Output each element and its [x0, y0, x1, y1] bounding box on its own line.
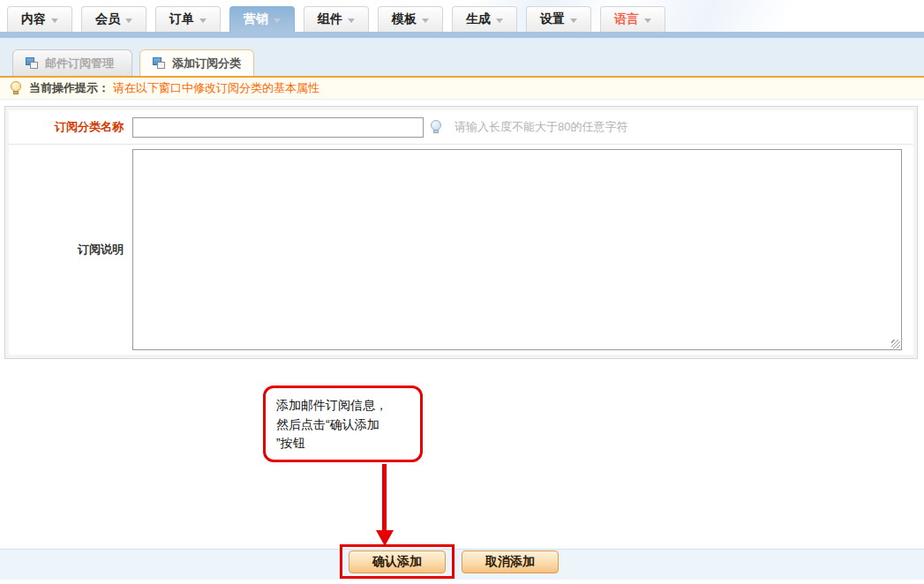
nav-item-label: 营销: [244, 11, 268, 27]
lightbulb-icon: [431, 120, 442, 134]
page: 内容 会员 订单 营销 组件 模板 生成 设置: [0, 0, 924, 584]
subscription-name-label: 订阅分类名称: [9, 119, 132, 135]
nav-item-label: 设置: [540, 11, 565, 27]
chevron-down-icon: [51, 19, 58, 23]
nav-item-settings[interactable]: 设置: [526, 6, 591, 32]
annotation-line: ”按钮: [276, 434, 409, 453]
window-icon: [26, 57, 40, 70]
window-icon: [153, 57, 167, 70]
form-row-description: 订阅说明: [9, 145, 913, 355]
nav-item-label: 生成: [466, 11, 491, 27]
chevron-down-icon: [199, 19, 207, 23]
tip-message: 请在以下窗口中修改订阅分类的基本属性: [113, 80, 319, 96]
nav-item-content[interactable]: 内容: [7, 6, 72, 32]
annotation-line: 然后点击“确认添加: [276, 416, 409, 435]
nav-item-components[interactable]: 组件: [304, 6, 369, 32]
name-hint: 请输入长度不能大于80的任意字符: [431, 119, 627, 135]
nav-item-label: 订单: [169, 11, 194, 27]
chevron-down-icon: [496, 19, 503, 23]
annotation-arrow-stem: [382, 464, 387, 531]
tab-label: 邮件订阅管理: [45, 56, 114, 71]
top-navbar: 内容 会员 订单 营销 组件 模板 生成 设置: [0, 0, 924, 32]
form-panel: 订阅分类名称 请输入长度不能大于80的任意字符 订阅说明: [4, 106, 918, 359]
annotation-line: 添加邮件订阅信息，: [276, 396, 409, 416]
nav-item-label: 模板: [392, 11, 417, 27]
form-row-name: 订阅分类名称 请输入长度不能大于80的任意字符: [9, 110, 913, 145]
tip-label: 当前操作提示：: [29, 80, 109, 96]
nav-item-members[interactable]: 会员: [81, 6, 146, 32]
description-textarea-wrap: [132, 149, 902, 350]
name-hint-text: 请输入长度不能大于80的任意字符: [454, 119, 627, 135]
operation-tip-bar: 当前操作提示： 请在以下窗口中修改订阅分类的基本属性: [0, 76, 924, 100]
annotation-callout: 添加邮件订阅信息， 然后点击“确认添加 ”按钮: [263, 386, 423, 462]
confirm-add-button[interactable]: 确认添加: [349, 550, 446, 573]
nav-item-label: 会员: [95, 11, 120, 27]
tab-strip: 邮件订阅管理 添加订阅分类: [0, 38, 924, 76]
cancel-add-button[interactable]: 取消添加: [462, 550, 559, 573]
nav-item-label: 内容: [21, 11, 46, 27]
nav-item-generate[interactable]: 生成: [452, 6, 517, 32]
subscription-description-textarea[interactable]: [132, 149, 902, 350]
chevron-down-icon: [274, 19, 281, 23]
tab-label: 添加订阅分类: [172, 56, 241, 71]
subscription-name-input[interactable]: [132, 117, 424, 138]
chevron-down-icon: [570, 19, 577, 23]
navbar-underline-bar: [0, 32, 924, 38]
nav-item-orders[interactable]: 订单: [155, 6, 221, 32]
tab-mail-subscription-management[interactable]: 邮件订阅管理: [12, 49, 132, 76]
chevron-down-icon: [125, 19, 132, 23]
confirm-button-highlight: 确认添加: [340, 544, 454, 579]
subscription-description-label: 订阅说明: [9, 242, 132, 258]
chevron-down-icon: [348, 19, 355, 23]
cancel-button-wrap: 取消添加: [462, 550, 559, 573]
nav-item-label: 组件: [318, 11, 342, 27]
nav-item-marketing[interactable]: 营销: [229, 6, 295, 32]
nav-item-language[interactable]: 语言: [600, 6, 665, 32]
chevron-down-icon: [422, 19, 429, 23]
tab-add-subscription-category[interactable]: 添加订阅分类: [139, 49, 254, 76]
nav-item-templates[interactable]: 模板: [378, 6, 443, 32]
nav-item-label: 语言: [614, 11, 639, 27]
lightbulb-icon: [11, 81, 22, 95]
chevron-down-icon: [644, 19, 651, 23]
